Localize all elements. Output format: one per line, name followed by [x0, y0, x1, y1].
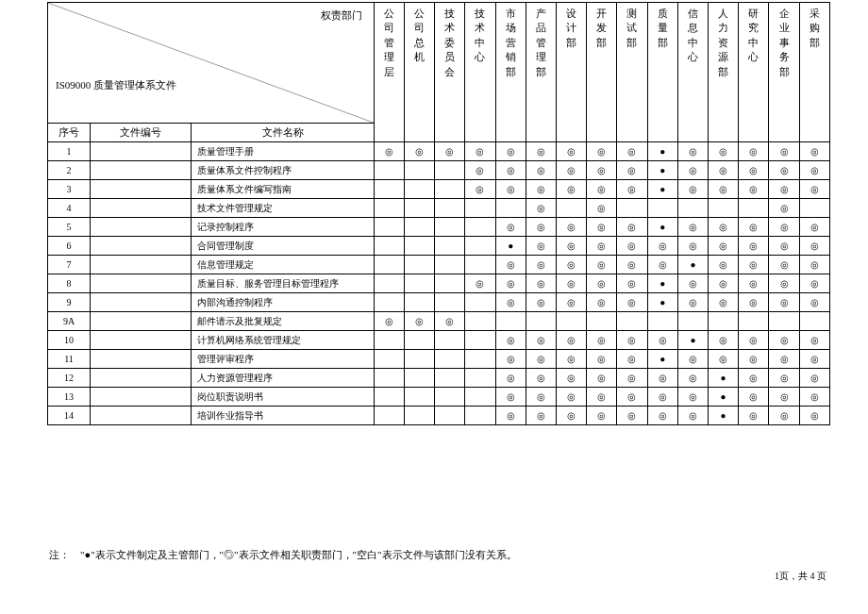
cell-num — [91, 293, 192, 312]
mark-cell: ◎ — [617, 237, 647, 256]
mark-cell: ◎ — [556, 350, 586, 369]
mark-cell — [435, 407, 465, 425]
mark-cell: ◎ — [495, 274, 526, 293]
mark-cell — [677, 312, 708, 331]
mark-cell: ◎ — [495, 142, 526, 161]
mark-cell: ◎ — [709, 218, 739, 237]
mark-cell: ◎ — [769, 199, 799, 218]
mark-cell: ◎ — [799, 331, 829, 350]
mark-cell: ◎ — [799, 388, 829, 407]
mark-cell — [374, 388, 404, 407]
mark-cell: ◎ — [739, 350, 769, 369]
mark-cell — [739, 199, 769, 218]
mark-cell: ◎ — [556, 293, 586, 312]
mark-cell — [404, 180, 434, 199]
mark-cell: ◎ — [799, 218, 829, 237]
cell-name: 记录控制程序 — [192, 218, 374, 237]
mark-cell — [404, 388, 434, 407]
mark-cell: ◎ — [556, 369, 586, 388]
mark-cell — [465, 407, 495, 425]
mark-cell: ◎ — [587, 199, 617, 218]
cell-name: 质量管理手册 — [192, 142, 374, 161]
mark-cell: ◎ — [709, 180, 739, 199]
mark-cell: ◎ — [556, 388, 586, 407]
mark-cell — [374, 350, 404, 369]
mark-cell — [374, 369, 404, 388]
mark-cell — [374, 256, 404, 274]
cell-num — [91, 218, 192, 237]
mark-cell: ◎ — [587, 256, 617, 274]
mark-cell: ◎ — [526, 331, 556, 350]
mark-cell: ◎ — [495, 350, 526, 369]
mark-cell: ● — [677, 331, 708, 350]
table-row: 12人力资源管理程序◎◎◎◎◎◎◎●◎◎◎ — [48, 369, 830, 388]
mark-cell — [404, 293, 434, 312]
mark-cell: ◎ — [556, 218, 586, 237]
mark-cell: ◎ — [709, 142, 739, 161]
mark-cell: ◎ — [799, 369, 829, 388]
mark-cell — [739, 312, 769, 331]
mark-cell — [404, 350, 434, 369]
dept-header-1: 公司总机 — [404, 3, 434, 142]
mark-cell — [404, 218, 434, 237]
mark-cell — [495, 199, 526, 218]
mark-cell: ◎ — [617, 407, 647, 425]
mark-cell: ◎ — [404, 142, 434, 161]
mark-cell: ◎ — [587, 180, 617, 199]
header-num: 文件编号 — [91, 124, 192, 142]
cell-seq: 9A — [48, 312, 91, 331]
cell-seq: 6 — [48, 237, 91, 256]
mark-cell: ● — [647, 293, 677, 312]
mark-cell: ◎ — [769, 274, 799, 293]
cell-name: 邮件请示及批复规定 — [192, 312, 374, 331]
mark-cell: ◎ — [739, 237, 769, 256]
mark-cell: ◎ — [709, 161, 739, 180]
mark-cell: ◎ — [526, 199, 556, 218]
mark-cell — [465, 312, 495, 331]
mark-cell: ● — [709, 388, 739, 407]
dept-header-4: 市场营销部 — [495, 3, 526, 142]
dept-header-0: 公司管理层 — [374, 3, 404, 142]
mark-cell: ◎ — [374, 312, 404, 331]
table-row: 11管理评审程序◎◎◎◎◎●◎◎◎◎◎ — [48, 350, 830, 369]
dept-header-12: 研究中心 — [739, 3, 769, 142]
mark-cell: ◎ — [495, 293, 526, 312]
mark-cell: ◎ — [617, 293, 647, 312]
mark-cell: ◎ — [769, 161, 799, 180]
mark-cell: ◎ — [647, 237, 677, 256]
mark-cell — [435, 180, 465, 199]
mark-cell: ◎ — [709, 256, 739, 274]
mark-cell: ● — [647, 274, 677, 293]
cell-name: 质量体系文件编写指南 — [192, 180, 374, 199]
mark-cell — [404, 274, 434, 293]
mark-cell — [709, 199, 739, 218]
mark-cell: ◎ — [709, 350, 739, 369]
mark-cell — [374, 199, 404, 218]
mark-cell — [404, 331, 434, 350]
mark-cell: ◎ — [617, 180, 647, 199]
mark-cell: ◎ — [617, 274, 647, 293]
table-row: 2质量体系文件控制程序◎◎◎◎◎◎●◎◎◎◎◎ — [48, 161, 830, 180]
table-row: 5记录控制程序◎◎◎◎◎●◎◎◎◎◎ — [48, 218, 830, 237]
matrix-table: 权责部门IS09000 质量管理体系文件公司管理层公司总机技术委员会技术中心市场… — [47, 2, 830, 425]
mark-cell: ◎ — [769, 369, 799, 388]
dept-header-2: 技术委员会 — [435, 3, 465, 142]
mark-cell: ◎ — [526, 369, 556, 388]
mark-cell: ◎ — [495, 388, 526, 407]
cell-seq: 12 — [48, 369, 91, 388]
cell-num — [91, 312, 192, 331]
mark-cell — [617, 199, 647, 218]
mark-cell: ◎ — [617, 142, 647, 161]
mark-cell: ◎ — [739, 293, 769, 312]
mark-cell: ◎ — [617, 369, 647, 388]
mark-cell: ◎ — [739, 161, 769, 180]
mark-cell: ◎ — [647, 407, 677, 425]
mark-cell: ◎ — [465, 274, 495, 293]
mark-cell — [769, 312, 799, 331]
mark-cell: ◎ — [556, 180, 586, 199]
dept-header-3: 技术中心 — [465, 3, 495, 142]
dept-header-7: 开发部 — [587, 3, 617, 142]
mark-cell: ◎ — [739, 388, 769, 407]
mark-cell — [435, 237, 465, 256]
mark-cell — [374, 407, 404, 425]
